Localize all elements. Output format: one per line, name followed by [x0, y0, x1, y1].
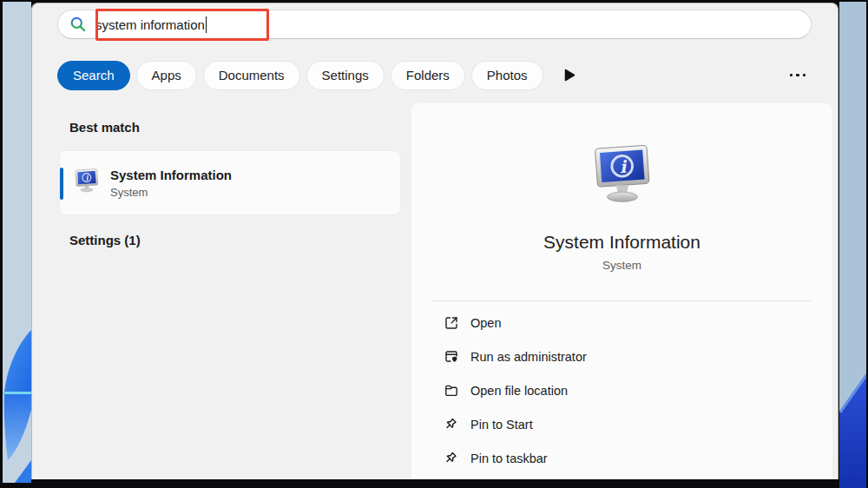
best-match-title: System Information	[110, 167, 232, 183]
tab-documents[interactable]: Documents	[203, 61, 300, 90]
search-icon	[69, 16, 87, 33]
desktop-wallpaper-left	[3, 2, 31, 483]
search-filter-tabs: Search Apps Documents Settings Folders P…	[57, 59, 812, 91]
tab-settings[interactable]: Settings	[306, 61, 385, 90]
action-label: Open file location	[470, 384, 568, 398]
search-input[interactable]: system information	[95, 16, 207, 33]
action-pin-to-start[interactable]: Pin to Start	[444, 407, 832, 441]
settings-section-heading: Settings (1)	[69, 233, 141, 247]
detail-title: System Information	[411, 232, 832, 253]
more-options-button[interactable]	[783, 69, 812, 82]
selection-accent-bar	[60, 168, 63, 200]
desktop-wallpaper-right	[839, 2, 866, 488]
system-information-app-icon: i	[73, 168, 101, 199]
admin-shield-icon	[444, 349, 459, 365]
action-open-file-location[interactable]: Open file location	[444, 373, 832, 407]
action-pin-to-taskbar[interactable]: Pin to taskbar	[444, 441, 832, 475]
open-external-icon	[444, 315, 459, 331]
tab-folders[interactable]: Folders	[391, 61, 465, 90]
best-match-subtitle: System	[110, 186, 232, 199]
desktop: { "search": { "value": "system informati…	[0, 0, 868, 488]
action-label: Pin to Start	[470, 418, 533, 432]
pin-icon	[444, 451, 459, 466]
tab-search[interactable]: Search	[57, 61, 130, 90]
action-run-as-administrator[interactable]: Run as administrator	[444, 340, 832, 373]
folder-icon	[444, 383, 459, 399]
action-label: Run as administrator	[470, 350, 587, 364]
action-label: Open	[470, 316, 501, 330]
pin-icon	[444, 417, 459, 432]
more-filters-arrow-icon[interactable]	[564, 69, 575, 82]
system-information-app-icon: i	[590, 144, 654, 208]
action-label: Pin to taskbar	[470, 452, 548, 465]
detail-subtitle: System	[411, 259, 832, 272]
search-bar[interactable]: system information	[57, 10, 812, 39]
search-flyout-window: system information Search Apps Documents…	[31, 3, 838, 479]
result-detail-panel: i System Information System Open	[411, 103, 832, 479]
best-match-result[interactable]: i System Information System	[59, 150, 401, 215]
tab-apps[interactable]: Apps	[136, 61, 197, 90]
action-list: Open Run as administrator	[411, 306, 832, 475]
action-open[interactable]: Open	[444, 306, 832, 340]
tab-photos[interactable]: Photos	[471, 61, 543, 90]
text-cursor	[206, 16, 207, 33]
divider	[432, 300, 812, 301]
search-input-text: system information	[95, 17, 205, 32]
best-match-heading: Best match	[69, 120, 140, 135]
